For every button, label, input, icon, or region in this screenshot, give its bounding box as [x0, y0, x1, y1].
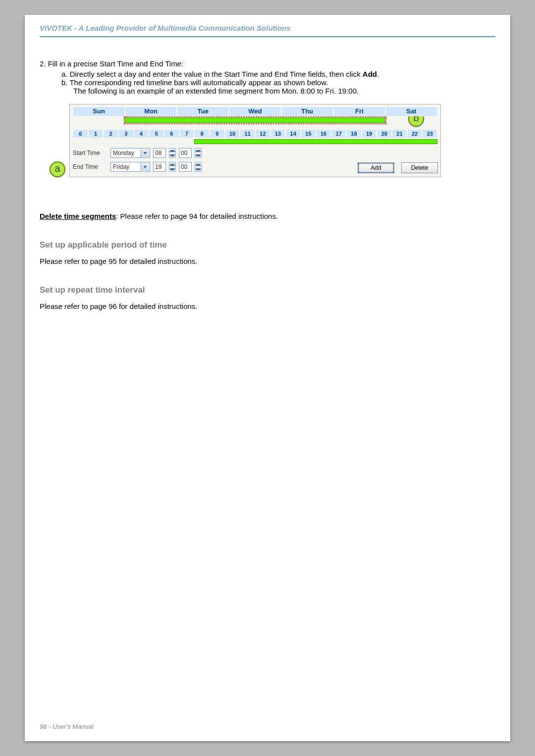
day-tue[interactable]: Tue	[177, 106, 229, 116]
day-fri[interactable]: Fri	[333, 106, 385, 116]
page-footer: 98 - User's Manual	[40, 723, 94, 730]
hour-22[interactable]: 22	[407, 129, 423, 138]
start-time-label: Start Time	[73, 150, 107, 156]
end-time-label: End Time	[73, 163, 107, 170]
end-day-value: Friday	[113, 163, 129, 170]
section-applicable-title: Set up applicable period of time	[40, 240, 495, 250]
start-day-value: Monday	[113, 150, 134, 156]
hour-23[interactable]: 23	[422, 129, 437, 138]
hour-10[interactable]: 10	[225, 129, 240, 138]
delete-button[interactable]: Delete	[401, 162, 438, 173]
hour-13[interactable]: 13	[270, 129, 286, 138]
week-timeline-bar[interactable]	[125, 117, 385, 123]
hour-20[interactable]: 20	[376, 129, 392, 138]
add-word: Add	[363, 70, 377, 78]
section-repeat-body: Please refer to page 96 for detailed ins…	[40, 302, 495, 310]
hour-0[interactable]: 0	[73, 129, 88, 138]
hour-7[interactable]: 7	[179, 129, 195, 138]
hour-timeline	[73, 139, 437, 144]
chevron-down-icon	[141, 163, 149, 171]
schedule-box: b Sun Mon Tue Wed Thu Fri Sat 0123456789…	[69, 104, 441, 177]
hour-9[interactable]: 9	[210, 129, 225, 138]
hour-5[interactable]: 5	[149, 129, 164, 138]
end-day-select[interactable]: Friday	[110, 162, 150, 172]
hour-18[interactable]: 18	[346, 129, 362, 138]
step-a: a. Directly select a day and enter the v…	[40, 70, 495, 78]
hour-2[interactable]: 2	[103, 129, 118, 138]
start-hour-stepper[interactable]	[169, 148, 176, 158]
hour-12[interactable]: 12	[255, 129, 270, 138]
day-sun[interactable]: Sun	[73, 106, 125, 116]
start-day-select[interactable]: Monday	[110, 148, 150, 158]
hour-header-row: 01234567891011121314151617181920212223	[73, 129, 437, 138]
schedule-panel: a b Sun Mon Tue Wed Thu Fri Sat 01234567…	[69, 104, 441, 177]
hour-19[interactable]: 19	[362, 129, 377, 138]
hour-17[interactable]: 17	[331, 129, 346, 138]
step-num: 2.	[40, 59, 46, 68]
end-min-input[interactable]: 00	[179, 162, 192, 172]
delete-segments-label: Delete time segments	[40, 212, 116, 220]
start-hour-input[interactable]: 08	[153, 148, 166, 158]
step-b1: b. The corresponding red timeline bars w…	[40, 78, 495, 87]
hour-14[interactable]: 14	[285, 129, 301, 138]
start-min-stepper[interactable]	[195, 148, 202, 158]
hour-1[interactable]: 1	[88, 129, 104, 138]
section-repeat-title: Set up repeat time interval	[40, 285, 495, 295]
hour-21[interactable]: 21	[392, 129, 407, 138]
hour-4[interactable]: 4	[134, 129, 149, 138]
chevron-down-icon	[141, 149, 149, 157]
day-header-row: Sun Mon Tue Wed Thu Fri Sat	[73, 106, 437, 116]
hour-15[interactable]: 15	[301, 129, 316, 138]
hour-11[interactable]: 11	[240, 129, 255, 138]
action-buttons: Add Delete	[358, 162, 438, 173]
add-button[interactable]: Add	[358, 162, 394, 173]
hour-6[interactable]: 6	[164, 129, 179, 138]
end-hour-input[interactable]: 19	[153, 162, 166, 172]
delete-segments-line: Delete time segments: Please refer to pa…	[40, 212, 495, 220]
page-header: VIVOTEK - A Leading Provider of Multimed…	[40, 24, 495, 37]
hour-8[interactable]: 8	[194, 129, 210, 138]
marker-a: a	[50, 161, 65, 177]
page: VIVOTEK - A Leading Provider of Multimed…	[25, 15, 510, 741]
end-hour-stepper[interactable]	[169, 162, 176, 172]
day-mon[interactable]: Mon	[125, 106, 177, 116]
day-thu[interactable]: Thu	[281, 106, 333, 116]
day-sat[interactable]: Sat	[385, 106, 437, 116]
content: 2. Fill in a precise Start Time and End …	[40, 59, 495, 313]
step-intro: 2. Fill in a precise Start Time and End …	[40, 59, 495, 68]
day-wed[interactable]: Wed	[229, 106, 281, 116]
hour-timeline-bar[interactable]	[194, 139, 437, 144]
end-min-stepper[interactable]	[195, 162, 202, 172]
start-min-input[interactable]: 00	[179, 148, 192, 158]
step-b2: The following is an example of an extend…	[40, 87, 495, 95]
header-title: VIVOTEK - A Leading Provider of Multimed…	[40, 24, 290, 32]
step-text: Fill in a precise Start Time and End Tim…	[48, 59, 183, 68]
hour-3[interactable]: 3	[118, 129, 134, 138]
start-time-row: Start Time Monday 08 00	[73, 148, 437, 158]
hour-16[interactable]: 16	[316, 129, 331, 138]
section-applicable-body: Please refer to page 95 for detailed ins…	[40, 257, 495, 265]
